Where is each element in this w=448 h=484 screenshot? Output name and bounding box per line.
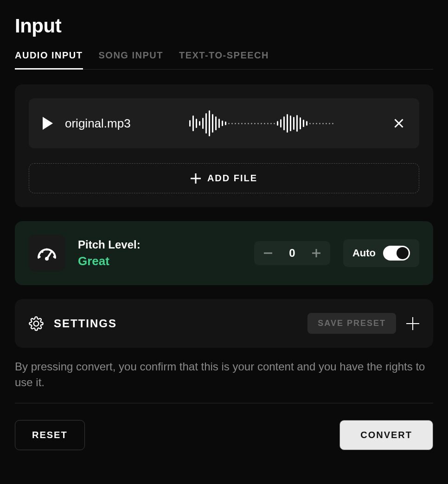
remove-file-icon[interactable] <box>392 117 405 130</box>
pitch-plus-button[interactable] <box>311 248 322 259</box>
auto-toggle[interactable] <box>383 246 410 261</box>
tab-audio-input[interactable]: AUDIO INPUT <box>15 50 83 70</box>
reset-button[interactable]: RESET <box>15 420 85 450</box>
svg-point-0 <box>38 256 41 258</box>
pitch-label: Pitch Level: <box>78 238 241 251</box>
file-name: original.mp3 <box>65 116 131 131</box>
svg-point-2 <box>46 248 48 251</box>
page-title: Input <box>15 15 433 37</box>
disclaimer-text: By pressing convert, you confirm that th… <box>15 359 433 390</box>
gauge-icon <box>29 235 65 271</box>
tabs: AUDIO INPUT SONG INPUT TEXT-TO-SPEECH <box>15 50 433 70</box>
auto-box: Auto <box>343 239 419 267</box>
pitch-status: Great <box>78 254 241 268</box>
waveform <box>143 110 380 136</box>
save-preset-button[interactable]: SAVE PRESET <box>307 313 396 334</box>
file-card: original.mp3 <box>15 84 433 207</box>
tab-song-input[interactable]: SONG INPUT <box>99 50 163 70</box>
add-file-label: ADD FILE <box>207 173 257 184</box>
pitch-minus-button[interactable] <box>262 248 274 259</box>
pitch-value: 0 <box>288 247 297 260</box>
plus-icon <box>191 173 201 184</box>
svg-point-4 <box>53 256 56 258</box>
play-icon[interactable] <box>43 117 53 130</box>
footer: RESET CONVERT <box>15 403 433 450</box>
pitch-card: Pitch Level: Great 0 Auto <box>15 221 433 285</box>
settings-card: SETTINGS SAVE PRESET <box>15 299 433 348</box>
gear-icon <box>29 316 44 331</box>
svg-point-1 <box>41 251 44 253</box>
auto-label: Auto <box>352 247 376 259</box>
convert-button[interactable]: CONVERT <box>339 420 433 450</box>
svg-point-6 <box>45 257 49 261</box>
expand-settings-icon[interactable] <box>406 317 419 330</box>
settings-title: SETTINGS <box>54 317 297 330</box>
pitch-stepper: 0 <box>254 241 330 265</box>
pitch-text: Pitch Level: Great <box>78 238 241 268</box>
file-row: original.mp3 <box>29 98 419 148</box>
tab-text-to-speech[interactable]: TEXT-TO-SPEECH <box>179 50 269 70</box>
add-file-button[interactable]: ADD FILE <box>29 163 419 193</box>
